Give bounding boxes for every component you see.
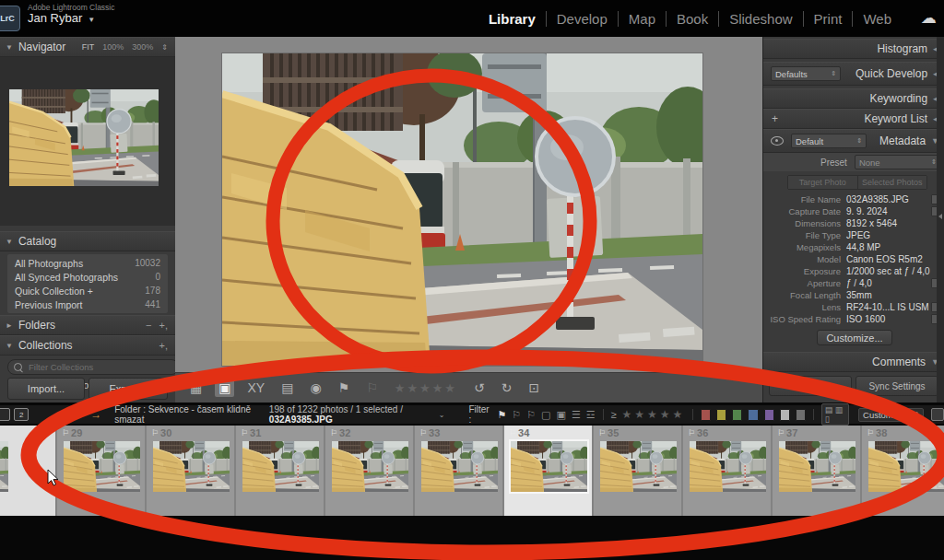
metadata-header[interactable]: Default ⇕ Metadata ▼ [763,129,944,153]
photo-thumbnail[interactable] [868,441,944,492]
selected-photos-button[interactable]: Selected Photos [858,176,927,189]
module-web[interactable]: Web [852,11,902,27]
zoom-fit-button[interactable]: FIT [82,42,95,52]
filmstrip-cell[interactable]: ⚐ 38 [862,426,944,516]
label-gray-chip[interactable] [796,409,806,421]
target-photo-button[interactable]: Target Photo [788,176,858,189]
main-window-button[interactable] [0,408,10,421]
loupe-view-icon[interactable]: ▣ [215,379,234,397]
people-view-icon[interactable]: ◉ [306,379,324,397]
filmstrip-cell[interactable]: ⚐ 32 [325,426,415,516]
sync-metadata-button[interactable] [769,376,852,396]
import-button[interactable]: Import... [7,378,85,400]
remove-folder-button[interactable]: − [146,320,151,331]
zoom-100-button[interactable]: 100% [102,42,124,52]
next-photo-arrow[interactable]: → [90,408,101,421]
flag-pick-icon[interactable]: ⚑ [335,379,354,397]
photo-thumbnail[interactable] [153,441,230,492]
rating-threshold-icon[interactable]: ≥ [610,409,616,420]
photo-thumbnail[interactable] [421,441,498,492]
filter-unedited-icon[interactable]: ☲ [586,409,596,421]
label-blue-chip[interactable] [748,409,758,421]
filmstrip-cell[interactable]: ⚐ 33 [415,426,504,516]
loupe-photo[interactable] [222,53,702,366]
collections-filter-input[interactable] [27,361,150,373]
filmstrip-source-label[interactable]: Folder : Sekvence - časem klidně smazat [114,404,254,425]
grid-view-icon[interactable]: ▦ [186,379,206,397]
label-purple-chip[interactable] [764,409,774,421]
navigator-preview[interactable] [0,57,175,226]
filmstrip-cell[interactable]: ⚐ 36 [683,426,773,516]
add-keyword-icon[interactable]: + [772,112,778,125]
identity-plate[interactable]: Adobe Lightroom Classic Jan Rybar▼ [28,4,115,26]
filter-rating-stars[interactable]: ★★★★★ [622,408,686,421]
filmstrip-status[interactable]: 198 of 1232 photos / 1 selected / 032A93… [269,404,435,425]
folders-header[interactable]: ► Folders − +, [0,315,175,335]
quick-develop-header[interactable]: Defaults ⇕ Quick Develop ◀ [763,62,944,86]
filmstrip-cell[interactable]: ⚐ 34 [504,426,594,516]
catalog-item[interactable]: Quick Collection + 178 [7,284,168,298]
module-slideshow[interactable]: Slideshow [718,11,802,27]
module-develop[interactable]: Develop [546,11,618,27]
filter-flag-pick-icon[interactable]: ⚑ [497,409,506,421]
filter-switch[interactable] [931,408,944,421]
module-book[interactable]: Book [666,11,718,27]
filmstrip-cell[interactable]: ⚐ 30 [147,426,236,516]
filter-flag-reject-icon[interactable]: ⚐ [526,409,536,421]
previous-photo-arrow[interactable]: ← [71,408,82,421]
photo-thumbnail[interactable] [779,441,856,492]
add-collection-button[interactable]: +, [159,340,168,351]
filter-master-photo-icon[interactable]: ▢ [541,409,550,421]
compare-view-icon[interactable]: XY [243,379,268,397]
filter-edited-icon[interactable]: ☰ [572,409,581,421]
quick-develop-preset-dropdown[interactable]: Defaults ⇕ [771,66,841,81]
rotate-left-icon[interactable]: ↺ [470,379,489,397]
photo-thumbnail[interactable] [600,441,677,492]
filmstrip-cell[interactable]: ⚐ 31 [236,426,325,516]
catalog-item[interactable]: All Photographs 10032 [7,256,168,270]
flag-reject-icon[interactable]: ⚐ [362,379,382,397]
collections-filter-box[interactable] [7,359,179,375]
survey-view-icon[interactable]: ▤ [277,379,297,397]
filmstrip-cell[interactable]: ⚐ 35 [594,426,683,516]
catalog-item[interactable]: Previous Import 441 [7,298,168,311]
keywording-header[interactable]: Keywording ◀ [763,88,944,109]
label-red-chip[interactable] [701,409,711,421]
cloud-sync-icon[interactable]: ☁ [921,8,937,28]
metadata-view-dropdown[interactable]: Default ⇕ [791,134,867,148]
export-button[interactable]: Export... [88,378,168,400]
keyword-list-header[interactable]: + Keyword List ◀ [763,109,944,129]
photo-thumbnail[interactable] [511,441,587,492]
navigator-header[interactable]: ▼ Navigator FIT 100% 300% ⇕ [0,37,175,57]
collections-header[interactable]: ▼ Collections +, [0,335,175,356]
filter-kind-icons[interactable]: ▤ ▥ ▯ [821,403,849,426]
label-green-chip[interactable] [732,409,742,421]
second-window-button[interactable]: 2 [14,408,29,421]
filmstrip-cell[interactable]: ⚐ 37 [773,426,862,516]
photo-thumbnail[interactable] [64,441,140,492]
customize-button[interactable]: Customize... [817,330,892,345]
grid-overlay-icon[interactable]: ⊡ [525,379,543,397]
zoom-300-button[interactable]: 300% [132,42,153,52]
filter-preset-dropdown[interactable]: Custom ⇕ [858,408,924,422]
filmstrip-cell[interactable] [0,426,57,516]
metadata-preset-dropdown[interactable]: None ⇕ [855,155,941,169]
rotate-right-icon[interactable]: ↻ [498,379,516,397]
photo-thumbnail[interactable] [242,441,319,492]
filter-flag-none-icon[interactable]: ⚐ [512,409,521,421]
label-white-chip[interactable] [780,409,790,421]
zoom-stepper-icon[interactable]: ⇕ [161,43,168,52]
label-yellow-chip[interactable] [716,409,726,421]
metadata-eye-icon[interactable] [771,136,784,146]
filter-virtual-copy-icon[interactable]: ▣ [557,409,566,421]
module-library[interactable]: Library [478,11,546,27]
chevron-down-icon[interactable]: ⌄ [439,411,445,419]
comments-header[interactable]: Comments ▼ [763,352,944,372]
photo-thumbnail[interactable] [690,441,766,492]
filmstrip-cell[interactable]: ⚐ 29 [57,426,147,516]
histogram-header[interactable]: Histogram ◀ [763,39,944,59]
catalog-item[interactable]: All Synced Photographs 0 [7,270,168,284]
catalog-header[interactable]: ▼ Catalog [0,231,175,251]
sync-settings-button[interactable]: Sync Settings [856,376,938,396]
rating-stars[interactable]: ★★★★★ [391,379,461,397]
